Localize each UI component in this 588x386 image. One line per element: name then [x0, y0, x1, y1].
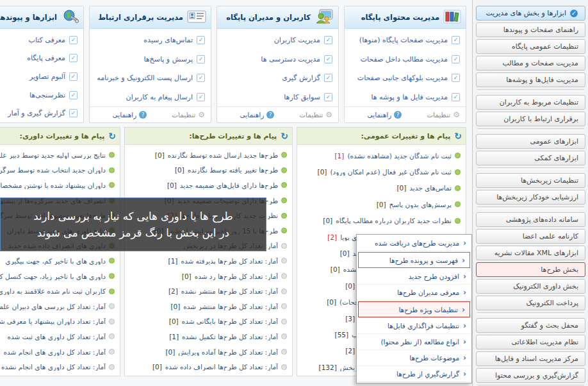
message-label[interactable]: ربخش [340, 364, 358, 371]
sidebar-item-11[interactable]: سامانه داده‌های پژوهشی [476, 212, 585, 227]
sidebar-item-10[interactable]: ارزشیابی خودکار زیربخش‌ها [476, 190, 585, 205]
module-link-1-2[interactable]: ✓گزارش گیری [223, 70, 332, 87]
message-label[interactable]: داوران جدید انتخاب شده توسط سرگروه [0, 166, 106, 174]
settings-link[interactable]: ⚙تنظیمات [172, 110, 205, 119]
sidebar-item-4[interactable]: مدیریت فایل‌ها و پوشه‌ها [476, 72, 585, 87]
checkbox-icon[interactable]: ✓ [69, 72, 78, 81]
module-link-3-4[interactable]: ✓گزارش گیری و آمار [0, 105, 78, 122]
help-link[interactable]: ?راهنمایی [240, 111, 275, 119]
message-label[interactable]: فحات) [339, 298, 358, 306]
message-label[interactable]: داوری های با تاخیر زیاد، جهت کنسل کردن [0, 273, 106, 280]
checkbox-icon[interactable]: ✓ [324, 55, 332, 63]
context-menu-item-1[interactable]: ‹فهرست و پرونده طرح‌ها [358, 252, 470, 268]
message-label[interactable]: پرسش‌های بدون پاسخ [389, 201, 452, 208]
context-menu-item-0[interactable]: ‹مدیریت طرح‌های دریافت شده [357, 235, 471, 251]
refresh-icon[interactable]: ↻ [108, 131, 116, 140]
message-label[interactable]: آمار: تعداد کل داوری های انجام شده [4, 348, 106, 356]
message-label[interactable]: طرح‌ها دارای فایل‌های ضمیمه جدید [180, 181, 278, 189]
context-menu-item-3[interactable]: ‹معرفی مدیران طرح‌ها [357, 285, 471, 301]
module-link-0-0[interactable]: ✓مدیریت صفحات پایگاه (منوها) [350, 32, 460, 49]
context-menu-item-4[interactable]: ‹تنظیمات ویژه طرح‌ها [358, 301, 470, 317]
context-menu-item-5[interactable]: ‹تنظیمات فراگذاری فایل‌ها [357, 318, 471, 334]
message-label[interactable]: آمار: تعداد کل داوری های انجام نشده [1, 363, 106, 371]
module-link-2-3[interactable]: ✓ارسال پیغام به کاربران [95, 88, 205, 105]
checkbox-icon[interactable]: ✓ [69, 91, 78, 99]
message-label[interactable]: طرح‌ها تغییر یافته توسط نگارنده [188, 166, 278, 174]
settings-link[interactable]: ⚙تنظیمات [299, 110, 332, 119]
message-label[interactable]: نظرات جدید کاربران درباره مطالب پایگاه [336, 217, 452, 224]
message-label[interactable]: کاربران ثبت نام شده علاقمند به داوری [0, 287, 106, 295]
refresh-icon[interactable]: ↻ [454, 131, 462, 140]
checkbox-icon[interactable]: ✓ [324, 74, 332, 82]
sidebar-item-7[interactable]: ابزارهای عمومی [476, 134, 585, 149]
help-link[interactable]: ?راهنمایی [113, 111, 147, 119]
module-link-3-3[interactable]: ✓نظرسنجی‌ها [0, 87, 78, 103]
sidebar-item-18[interactable]: نظام مدیریت اطلاعاتی [476, 335, 585, 349]
sidebar-item-19[interactable]: مرکز مدیریت اسناد و فایل‌ها [476, 351, 585, 366]
checkbox-icon[interactable]: ✓ [324, 36, 332, 44]
context-menu-item-8[interactable]: ‹گزارش‌گیري از طرح‌ها [357, 366, 471, 382]
module-link-1-0[interactable]: ✓مدیریت کاربران [223, 32, 332, 49]
checkbox-icon[interactable]: ✓ [69, 36, 78, 44]
message-label[interactable]: آمار: تعداد کل طرح‌ها منتشر نشده [181, 287, 278, 295]
module-link-0-3[interactable]: ✓مدیریت فایل ها و پوشه ها [350, 88, 460, 105]
message-label[interactable]: آمار: تعداد کل طرح‌ها منتشر شده [183, 303, 278, 310]
sidebar-item-20[interactable]: گزارش‌گیري و بررسی محتوا [476, 368, 585, 383]
context-menu-item-2[interactable]: ‹افزودن طرح جدید [357, 269, 471, 285]
module-link-2-0[interactable]: ✓تماس‌های رسیده [95, 32, 205, 49]
message-label[interactable]: داوری های با تاخیر کم، جهت پیگیری [5, 257, 106, 265]
sidebar-item-5[interactable]: تنظیمات مربوط به کاربران [476, 95, 585, 110]
sidebar-item-14[interactable]: بخش طرح‌ها [476, 262, 585, 277]
module-link-0-2[interactable]: ✓مدیریت بلوکهای جانبی صفحات [350, 70, 460, 87]
module-link-3-0[interactable]: ✓معرفی کتاب [0, 31, 78, 48]
checkbox-icon[interactable]: ✓ [452, 93, 460, 101]
checkbox-icon[interactable]: ✓ [69, 54, 78, 62]
message-label[interactable]: طرح‌ها جدید ارسال شده توسط نگارنده [168, 151, 278, 159]
sidebar-item-12[interactable]: کارنامه علمی اعضا [476, 229, 585, 244]
module-link-2-2[interactable]: ✓ارسال پست الکترونیک و خبرنامه [95, 70, 205, 87]
checkbox-icon[interactable]: ✓ [197, 36, 205, 44]
checkbox-icon[interactable]: ✓ [197, 55, 205, 63]
sidebar-item-2[interactable]: تنظیمات عمومی پایگاه [476, 39, 585, 54]
checkbox-icon[interactable]: ✓ [197, 93, 205, 101]
message-label[interactable]: آمار: تعداد کل طرح‌ها رد شده [195, 273, 278, 280]
sidebar-item-9[interactable]: تنظیمات زیربخش‌ها [476, 173, 585, 188]
message-label[interactable]: ثبت نام شدگان غیر فعال (عدم امکان ورود) [330, 168, 452, 176]
module-link-0-1[interactable]: ✓مدیریت مطالب داخل صفحات [350, 51, 460, 67]
message-label[interactable]: آمار: تعداد کل طرح‌ها تکمیل نشده [182, 333, 278, 340]
message-label[interactable]: آمار: تعداد کل طرح‌ها پذیرفته شده [181, 257, 278, 265]
message-label[interactable]: آمار: تعداد کل طرح‌ها انصراف داده شده [165, 363, 278, 371]
sidebar-item-8[interactable]: ابزارهای کمکی [476, 151, 585, 165]
checkbox-icon[interactable]: ✓ [452, 55, 460, 63]
checkbox-icon[interactable]: ✓ [324, 93, 332, 101]
checkbox-icon[interactable]: ✓ [452, 74, 460, 82]
message-label[interactable]: آمار: تعداد کل بررسی های دبیران علمی [0, 303, 106, 310]
sidebar-item-13[interactable]: ابزارهای XML مقالات نشریه [476, 246, 585, 260]
module-link-3-2[interactable]: ✓آلبوم تصاویر [0, 68, 78, 85]
context-menu-item-6[interactable]: ‹انواع مطالعه (از نظر محتوا) [357, 334, 471, 350]
message-label[interactable]: ثبت نام شدگان جدید (مشاهده نشده) [347, 152, 452, 160]
message-label[interactable]: آمار: تعداد کل طرح‌ها آماده ویرایش [178, 348, 278, 356]
sidebar-item-17[interactable]: محفل بحث و گفتگو [476, 318, 585, 333]
checkbox-icon[interactable]: ✓ [197, 74, 205, 82]
message-label[interactable]: آمار: تعداد کل طرح‌ها بایگانی شده [182, 317, 278, 325]
message-label[interactable]: آمار: تعداد داوران پیشنهاد یا معرفی شده [0, 317, 106, 325]
message-label[interactable]: آمار: تعداد کل داوری های ثبت شده [7, 333, 106, 340]
sidebar-item-15[interactable]: بخش داوری الکترونیک [476, 279, 585, 294]
sidebar-item-0[interactable]: ✓ابزارها و بخش های مدیریت [476, 6, 585, 21]
module-link-2-1[interactable]: ✓پرسش و پاسخ‌ها [95, 51, 205, 67]
help-link[interactable]: ?راهنمایی [368, 111, 402, 119]
message-label[interactable]: داوران پیشنهاد شده با نوشتن مشخصات [0, 181, 106, 189]
checkbox-icon[interactable]: ✓ [452, 36, 460, 44]
module-link-3-1[interactable]: ✓معرفی پایگاه [0, 50, 78, 67]
message-label[interactable]: نتایج بررسی اولیه جدید توسط دبیر علمی [0, 151, 106, 159]
module-link-1-3[interactable]: ✓سوابق کارها [223, 88, 332, 105]
sidebar-item-6[interactable]: برقراری ارتباط با کاربران [476, 112, 585, 126]
sidebar-item-3[interactable]: مدیریت صفحات و مطالب [476, 56, 585, 71]
sidebar-item-1[interactable]: راهنمای صفحات و پیوندها [476, 22, 585, 37]
module-link-1-1[interactable]: ✓مدیریت دسترسی ها [223, 51, 332, 67]
context-menu-item-7[interactable]: ‹موضوعات طرح‌ها [357, 350, 471, 366]
refresh-icon[interactable]: ↻ [281, 131, 288, 140]
checkbox-icon[interactable]: ✓ [69, 109, 78, 117]
settings-link[interactable]: ⚙تنظیمات [427, 110, 460, 119]
